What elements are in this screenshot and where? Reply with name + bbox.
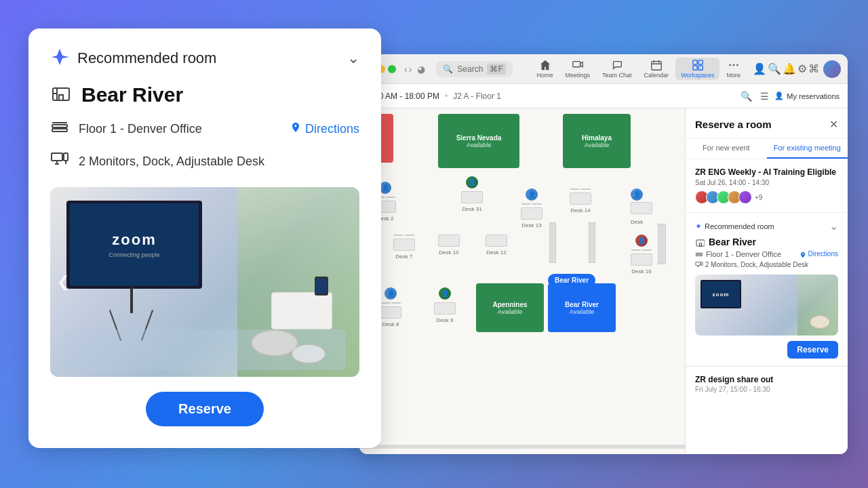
svg-point-22 bbox=[729, 64, 731, 66]
meeting-title: ZR ENG Weekly - AI Training Eligible bbox=[695, 167, 838, 177]
sierra-nevada-status: Available bbox=[467, 142, 491, 148]
next-meeting-title: ZR design share out bbox=[695, 375, 838, 384]
tab-existing-meeting[interactable]: For existing meeting bbox=[767, 138, 848, 159]
sidebar-directions-link[interactable]: Directions bbox=[800, 250, 838, 258]
window-max-btn[interactable] bbox=[388, 65, 396, 73]
desk-unknown-right: 👤 Desk bbox=[631, 188, 652, 226]
nav-meetings[interactable]: Meetings bbox=[560, 58, 596, 80]
room-icon bbox=[50, 83, 72, 107]
search-shortcut: ⌘F bbox=[487, 64, 505, 75]
wall-divider-2 bbox=[589, 222, 595, 263]
map-search-icon[interactable]: 🔍 bbox=[741, 91, 752, 102]
floor-left: Floor 1 - Denver Office bbox=[50, 118, 202, 140]
svg-point-23 bbox=[732, 64, 734, 66]
desk-14: Desk 14 bbox=[570, 188, 591, 214]
nav-calendar-label: Calendar bbox=[644, 72, 669, 79]
recommended-room-card: Recommended room ⌄ Bear River Floor 1 bbox=[28, 28, 381, 448]
nav-meetings-label: Meetings bbox=[566, 72, 591, 79]
wall-right-1 bbox=[658, 224, 666, 264]
sidebar-reserve-button[interactable]: Reserve bbox=[787, 341, 838, 359]
desk-12: Desk 12 bbox=[486, 235, 507, 256]
my-reservations-button[interactable]: 👤 My reservations bbox=[774, 92, 840, 100]
search-icon-top[interactable]: 🔍 bbox=[768, 62, 781, 75]
app-main: Sierra Nevada Available Himalaya Availab… bbox=[359, 108, 848, 454]
app-secondbar: 9:00 AM - 18:00 PM • J2 A - Floor 1 🔍 ☰ … bbox=[359, 84, 848, 108]
desk-13: 👤 Desk 13 bbox=[521, 188, 542, 228]
app-topbar: ‹ › ◕ 🔍 Search ⌘F Home Meetings Team Cha… bbox=[359, 54, 848, 84]
floor-icon bbox=[50, 118, 69, 140]
sidebar-title: Reserve a room bbox=[695, 119, 772, 130]
bell-icon[interactable]: 🔔 bbox=[783, 62, 796, 75]
svg-rect-20 bbox=[693, 66, 697, 70]
connection-icon[interactable]: ⌘ bbox=[808, 62, 819, 75]
svg-rect-4 bbox=[59, 95, 63, 100]
meeting-time: Sat Jul 26, 14:00 - 14:30 bbox=[695, 179, 838, 186]
meeting-card: ZR ENG Weekly - AI Training Eligible Sat… bbox=[686, 159, 848, 213]
card-header: Recommended room ⌄ bbox=[50, 47, 359, 69]
nav-arrows: ‹ › bbox=[404, 64, 412, 75]
bottom-wall bbox=[359, 445, 685, 449]
svg-rect-26 bbox=[700, 243, 702, 246]
sidebar-header: Reserve a room ✕ bbox=[686, 108, 848, 138]
svg-rect-14 bbox=[652, 62, 661, 70]
svg-rect-7 bbox=[52, 122, 67, 123]
svg-rect-5 bbox=[52, 125, 67, 127]
rec-header: ✦ Recommended room ⌄ bbox=[695, 220, 838, 232]
history-icon[interactable]: ◕ bbox=[417, 64, 425, 75]
search-bar[interactable]: 🔍 Search ⌘F bbox=[436, 61, 512, 77]
recommended-label: Recommended room bbox=[77, 49, 216, 67]
svg-rect-32 bbox=[701, 262, 703, 266]
desk-16: 👤 Desk 16 bbox=[631, 235, 652, 274]
directions-link[interactable]: Directions bbox=[290, 122, 359, 136]
nav-workspaces[interactable]: Workspaces bbox=[675, 58, 719, 80]
wall-divider-1 bbox=[549, 222, 556, 263]
filter-icon[interactable]: ☰ bbox=[760, 91, 769, 102]
himalaya-label: Himalaya bbox=[582, 134, 612, 142]
svg-rect-29 bbox=[696, 262, 701, 266]
nav-more-label: More bbox=[726, 72, 741, 79]
user-icon[interactable]: 👤 bbox=[753, 62, 766, 75]
zoom-spark-icon bbox=[50, 47, 69, 69]
himalaya-status: Available bbox=[585, 142, 609, 148]
nav-calendar[interactable]: Calendar bbox=[639, 58, 675, 80]
room-name-row: Bear River bbox=[50, 83, 359, 107]
search-label: Search bbox=[457, 64, 483, 74]
rec-chevron[interactable]: ⌄ bbox=[829, 220, 838, 232]
right-sidebar: Reserve a room ✕ For new event For exist… bbox=[685, 108, 848, 454]
svg-rect-27 bbox=[696, 253, 702, 254]
desk-9: 👤 Desk 9 bbox=[434, 287, 456, 323]
apennines-status: Available bbox=[498, 308, 522, 315]
desk-7: Desk 7 bbox=[393, 235, 415, 260]
reserve-button[interactable]: Reserve bbox=[146, 392, 264, 426]
map-room-apennines[interactable]: Apennines Available bbox=[476, 283, 544, 332]
spark-icon-small: ✦ bbox=[695, 222, 702, 231]
nav-back-icon[interactable]: ‹ bbox=[404, 64, 408, 75]
floor-map: Sierra Nevada Available Himalaya Availab… bbox=[359, 108, 685, 454]
settings-icon[interactable]: ⚙ bbox=[797, 62, 807, 75]
room-name: Bear River bbox=[81, 83, 183, 106]
close-button[interactable]: ✕ bbox=[829, 118, 838, 131]
svg-rect-13 bbox=[573, 62, 580, 67]
desk-8: 👤 Desk 8 bbox=[380, 287, 401, 327]
search-icon: 🔍 bbox=[443, 64, 453, 74]
nav-teamchat[interactable]: Team Chat bbox=[597, 58, 637, 80]
tab-new-event[interactable]: For new event bbox=[686, 138, 767, 159]
nav-home[interactable]: Home bbox=[532, 58, 559, 80]
nav-forward-icon[interactable]: › bbox=[409, 64, 412, 75]
map-room-himalaya[interactable]: Himalaya Available bbox=[563, 114, 631, 168]
nav-workspaces-label: Workspaces bbox=[681, 72, 714, 79]
card-header-left: Recommended room bbox=[50, 47, 216, 69]
bear-river-label: Bear River bbox=[565, 301, 599, 308]
sidebar-amenities: 2 Monitors, Dock, Adjustable Desk bbox=[695, 261, 838, 269]
user-avatar[interactable] bbox=[823, 60, 841, 78]
svg-point-24 bbox=[736, 64, 738, 66]
nav-teamchat-label: Team Chat bbox=[602, 72, 632, 79]
floor-text: Floor 1 - Denver Office bbox=[79, 122, 202, 136]
nav-more[interactable]: More bbox=[721, 58, 746, 80]
chevron-down-icon[interactable]: ⌄ bbox=[347, 49, 359, 67]
desk-31: 👤 Desk 31 bbox=[461, 176, 483, 212]
map-room-sierra-nevada[interactable]: Sierra Nevada Available bbox=[438, 114, 519, 168]
svg-rect-19 bbox=[698, 60, 703, 64]
image-nav-left[interactable]: ❮ bbox=[57, 273, 69, 291]
map-room-bear-river[interactable]: Bear River Available bbox=[548, 283, 616, 332]
